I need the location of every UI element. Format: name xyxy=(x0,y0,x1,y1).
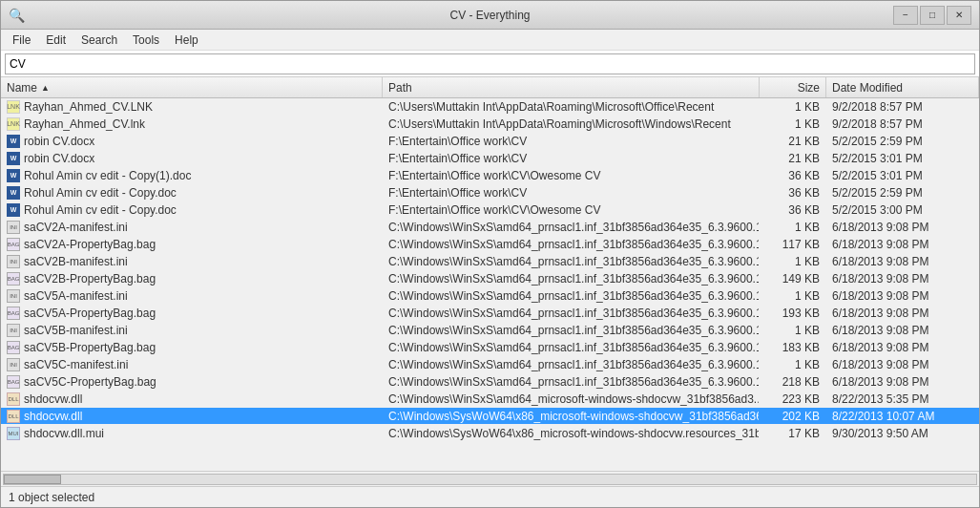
menu-edit[interactable]: Edit xyxy=(38,32,73,49)
cell-size: 36 KB xyxy=(760,167,826,183)
file-icon: INI xyxy=(7,221,20,234)
file-icon: W xyxy=(7,186,20,200)
cell-date: 9/2/2018 8:57 PM xyxy=(826,116,979,132)
filename: saCV5A-PropertyBag.bag xyxy=(24,307,156,320)
app-icon: 🔍 xyxy=(9,8,25,23)
file-icon: DLL xyxy=(7,392,20,406)
file-icon: MUI xyxy=(7,427,20,440)
col-header-size[interactable]: Size xyxy=(760,77,826,97)
table-row[interactable]: DLL shdocvw.dll C:\Windows\WinSxS\amd64_… xyxy=(1,391,979,408)
file-icon: W xyxy=(7,135,20,148)
cell-path: C:\Windows\WinSxS\amd64_prnsacl1.inf_31b… xyxy=(383,373,760,390)
cell-name: W Rohul Amin cv edit - Copy.doc xyxy=(1,184,383,201)
table-row[interactable]: MUI shdocvw.dll.mui C:\Windows\SysWoW64\… xyxy=(1,425,979,442)
table-row[interactable]: INI saCV5A-manifest.ini C:\Windows\WinSx… xyxy=(1,287,979,305)
cell-date: 9/2/2018 8:57 PM xyxy=(826,98,979,115)
search-input[interactable] xyxy=(5,53,975,74)
filename: robin CV.docx xyxy=(24,135,94,148)
scrollbar-horizontal[interactable] xyxy=(1,471,979,486)
table-row[interactable]: W Rohul Amin cv edit - Copy.doc F:\Enter… xyxy=(1,184,979,201)
table-row[interactable]: BAG saCV2B-PropertyBag.bag C:\Windows\Wi… xyxy=(1,270,979,287)
cell-path: C:\Windows\WinSxS\amd64_prnsacl1.inf_31b… xyxy=(383,305,760,321)
filename: saCV2B-PropertyBag.bag xyxy=(24,272,156,286)
cell-path: C:\Windows\WinSxS\amd64_prnsacl1.inf_31b… xyxy=(383,322,760,338)
table-header: Name ▲ Path Size Date Modified xyxy=(1,77,979,98)
minimize-button[interactable]: − xyxy=(893,6,918,25)
menu-search[interactable]: Search xyxy=(73,32,125,49)
table-row[interactable]: W robin CV.docx F:\Entertain\Office work… xyxy=(1,150,979,167)
filename: Rayhan_Ahmed_CV.lnk xyxy=(24,117,145,131)
scrollbar-track-x[interactable] xyxy=(3,474,977,485)
filename: saCV2B-manifest.ini xyxy=(24,255,128,268)
cell-date: 6/18/2013 9:08 PM xyxy=(826,270,979,286)
cell-name: INI saCV2A-manifest.ini xyxy=(1,219,383,235)
col-header-date[interactable]: Date Modified xyxy=(826,77,979,97)
scrollbar-thumb-x[interactable] xyxy=(4,475,61,484)
cell-date: 6/18/2013 9:08 PM xyxy=(826,339,979,355)
cell-name: W Rohul Amin cv edit - Copy(1).doc xyxy=(1,167,383,183)
table-row[interactable]: LNK Rayhan_Ahmed_CV.lnk C:\Users\Muttaki… xyxy=(1,116,979,133)
cell-size: 202 KB xyxy=(760,408,826,424)
file-icon: BAG xyxy=(7,272,20,286)
cell-name: BAG saCV5A-PropertyBag.bag xyxy=(1,305,383,321)
cell-date: 6/18/2013 9:08 PM xyxy=(826,236,979,252)
cell-name: W robin CV.docx xyxy=(1,133,383,149)
table-row[interactable]: INI saCV2A-manifest.ini C:\Windows\WinSx… xyxy=(1,219,979,236)
cell-name: INI saCV5A-manifest.ini xyxy=(1,287,383,304)
menu-file[interactable]: File xyxy=(5,32,38,49)
filename: Rohul Amin cv edit - Copy.doc xyxy=(24,186,177,200)
file-icon: INI xyxy=(7,255,20,268)
table-row[interactable]: W Rohul Amin cv edit - Copy(1).doc F:\En… xyxy=(1,167,979,184)
cell-path: C:\Windows\WinSxS\amd64_prnsacl1.inf_31b… xyxy=(383,270,760,286)
filename: saCV2A-manifest.ini xyxy=(24,221,128,234)
table-row[interactable]: DLL shdocvw.dll C:\Windows\SysWoW64\x86_… xyxy=(1,408,979,425)
cell-date: 5/2/2015 2:59 PM xyxy=(826,133,979,149)
cell-date: 6/18/2013 9:08 PM xyxy=(826,305,979,321)
table-row[interactable]: W Rohul Amin cv edit - Copy.doc F:\Enter… xyxy=(1,201,979,219)
cell-size: 36 KB xyxy=(760,201,826,218)
close-button[interactable]: ✕ xyxy=(947,6,971,25)
cell-size: 1 KB xyxy=(760,98,826,115)
file-icon: BAG xyxy=(7,238,20,251)
table-row[interactable]: BAG saCV5A-PropertyBag.bag C:\Windows\Wi… xyxy=(1,305,979,322)
table-row[interactable]: BAG saCV2A-PropertyBag.bag C:\Windows\Wi… xyxy=(1,236,979,253)
file-icon: BAG xyxy=(7,341,20,354)
cell-path: F:\Entertain\Office work\CV xyxy=(383,184,760,201)
col-header-name[interactable]: Name ▲ xyxy=(1,77,383,97)
table-row[interactable]: W robin CV.docx F:\Entertain\Office work… xyxy=(1,133,979,150)
col-header-path[interactable]: Path xyxy=(383,77,760,97)
cell-path: F:\Entertain\Office work\CV\Owesome CV xyxy=(383,201,760,218)
cell-name: DLL shdocvw.dll xyxy=(1,391,383,407)
cell-name: BAG saCV5C-PropertyBag.bag xyxy=(1,373,383,390)
table-row[interactable]: INI saCV5C-manifest.ini C:\Windows\WinSx… xyxy=(1,356,979,373)
cell-name: INI saCV2B-manifest.ini xyxy=(1,253,383,269)
cell-path: C:\Windows\WinSxS\amd64_prnsacl1.inf_31b… xyxy=(383,219,760,235)
status-text: 1 object selected xyxy=(9,491,94,504)
filename: saCV5C-PropertyBag.bag xyxy=(24,375,156,389)
cell-path: C:\Windows\WinSxS\amd64_prnsacl1.inf_31b… xyxy=(383,287,760,304)
cell-size: 223 KB xyxy=(760,391,826,407)
table-row[interactable]: INI saCV5B-manifest.ini C:\Windows\WinSx… xyxy=(1,322,979,339)
cell-size: 1 KB xyxy=(760,116,826,132)
table-row[interactable]: BAG saCV5B-PropertyBag.bag C:\Windows\Wi… xyxy=(1,339,979,356)
search-bar xyxy=(1,51,979,77)
cell-size: 1 KB xyxy=(760,356,826,372)
file-icon: W xyxy=(7,152,20,165)
table-row[interactable]: BAG saCV5C-PropertyBag.bag C:\Windows\Wi… xyxy=(1,373,979,391)
cell-size: 149 KB xyxy=(760,270,826,286)
table-row[interactable]: INI saCV2B-manifest.ini C:\Windows\WinSx… xyxy=(1,253,979,270)
cell-path: C:\Windows\WinSxS\amd64_prnsacl1.inf_31b… xyxy=(383,236,760,252)
filename: saCV5B-manifest.ini xyxy=(24,324,128,337)
cell-path: C:\Windows\WinSxS\amd64_prnsacl1.inf_31b… xyxy=(383,356,760,372)
menu-help[interactable]: Help xyxy=(167,32,206,49)
cell-date: 6/18/2013 9:08 PM xyxy=(826,253,979,269)
maximize-button[interactable]: □ xyxy=(920,6,945,25)
cell-name: INI saCV5B-manifest.ini xyxy=(1,322,383,338)
cell-size: 218 KB xyxy=(760,373,826,390)
window-title: CV - Everything xyxy=(449,9,530,22)
cell-path: C:\Windows\WinSxS\amd64_microsoft-window… xyxy=(383,391,760,407)
menu-tools[interactable]: Tools xyxy=(125,32,167,49)
filename: shdocvw.dll xyxy=(24,392,82,406)
table-row[interactable]: LNK Rayhan_Ahmed_CV.LNK C:\Users\Muttaki… xyxy=(1,98,979,116)
cell-size: 36 KB xyxy=(760,184,826,201)
